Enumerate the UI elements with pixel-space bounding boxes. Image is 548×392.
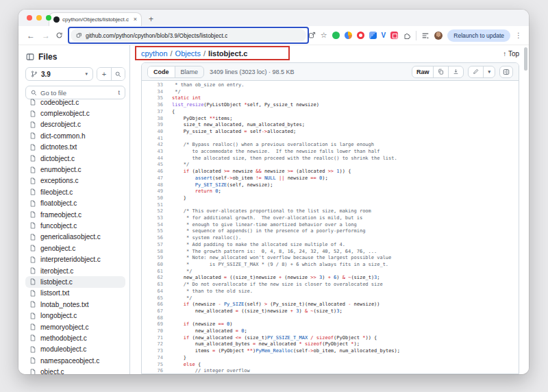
line-number[interactable]: 51 [142,202,172,209]
line-number[interactable]: 49 [142,188,172,195]
back-to-top-link[interactable]: ↑ Top [503,50,519,58]
line-number[interactable]: 52 [142,208,172,215]
file-item-floatobject-c[interactable]: floatobject.c [25,198,125,209]
edit-menu-button[interactable]: ▾ [483,66,495,77]
url-bar[interactable]: github.com/python/cpython/blob/3.9/Objec… [71,29,306,42]
raw-button[interactable]: Raw [412,66,434,77]
line-number[interactable]: 53 [142,215,172,222]
bookmark-star-icon[interactable]: ☆ [321,32,327,39]
file-item-codeobject-c[interactable]: codeobject.c [25,97,125,108]
copy-button[interactable] [433,66,448,77]
line-number[interactable]: 67 [142,308,172,315]
minimize-window-button[interactable] [36,15,42,21]
blue-v-extension-icon[interactable]: V [382,32,386,39]
line-number[interactable]: 37 [142,109,172,116]
line-number[interactable]: 62 [142,275,172,282]
line-number[interactable]: 38 [142,116,172,123]
file-item-genobject-c[interactable]: genobject.c [25,243,125,254]
branch-selector[interactable]: 3.9 ▾ [25,67,93,81]
file-item-memoryobject-c[interactable]: memoryobject.c [25,321,125,332]
share-icon[interactable] [308,32,316,39]
breadcrumb-folder-link[interactable]: Objects [175,49,201,58]
download-button[interactable] [448,66,463,77]
breadcrumb-repo-link[interactable]: cpython [141,49,168,58]
profile-avatar[interactable] [434,32,443,40]
forward-button[interactable]: → [40,31,51,40]
line-number[interactable]: 33 [142,82,172,89]
reload-button[interactable] [55,32,66,39]
new-tab-button[interactable]: + [149,12,153,26]
side-panel-icon[interactable] [26,53,34,61]
page-scrollbar-thumb[interactable] [524,47,527,71]
file-item-listsort-txt[interactable]: listsort.txt [25,288,125,299]
file-item-dictnotes-txt[interactable]: dictnotes.txt [25,142,125,153]
line-number[interactable]: 35 [142,95,172,102]
line-number[interactable]: 73 [142,348,172,355]
line-number[interactable]: 58 [142,249,172,256]
line-number[interactable]: 48 [142,182,172,189]
file-item-longobject-c[interactable]: longobject.c [25,310,125,321]
line-number[interactable]: 60 [142,262,172,269]
red-badge-extension-icon[interactable] [390,32,398,39]
line-number[interactable]: 43 [142,149,172,156]
file-item-interpreteridobject-c[interactable]: interpreteridobject.c [25,254,125,265]
relaunch-button[interactable]: Relaunch to update [447,29,510,42]
tab-blame[interactable]: Blame [175,66,204,77]
line-number[interactable]: 44 [142,156,172,162]
line-number[interactable]: 61 [142,269,172,275]
file-item-lnotab-notes-txt[interactable]: lnotab_notes.txt [25,299,125,310]
green-circle-extension-icon[interactable] [332,32,340,39]
line-number[interactable]: 41 [142,136,172,143]
line-number[interactable]: 55 [142,228,172,235]
line-number[interactable]: 65 [142,295,172,302]
file-item-genericaliasobject-c[interactable]: genericaliasobject.c [25,232,125,243]
red-ring-extension-icon[interactable] [357,32,364,39]
line-number[interactable]: 70 [142,328,172,335]
line-number[interactable]: 63 [142,282,172,289]
file-item-frameobject-c[interactable]: frameobject.c [25,209,125,220]
line-number[interactable]: 54 [142,222,172,229]
line-number[interactable]: 46 [142,169,172,175]
line-number[interactable]: 59 [142,255,172,262]
line-number[interactable]: 64 [142,289,172,295]
file-item-moduleobject-c[interactable]: moduleobject.c [25,344,125,355]
line-number[interactable]: 72 [142,341,172,348]
line-number[interactable]: 66 [142,302,172,308]
line-number[interactable]: 69 [142,321,172,328]
line-number[interactable]: 45 [142,162,172,169]
search-files-button[interactable] [111,68,125,80]
line-number[interactable]: 56 [142,235,172,242]
back-button[interactable]: ← [25,31,36,40]
symbols-panel-button[interactable] [499,66,513,78]
file-item-methodobject-c[interactable]: methodobject.c [25,332,125,343]
line-number[interactable]: 42 [142,142,172,149]
line-number[interactable]: 75 [142,362,172,369]
blue-square-extension-icon[interactable] [369,32,377,39]
file-item-listobject-c[interactable]: listobject.c [25,276,125,287]
file-item-object-c[interactable]: object.c [25,366,125,374]
file-item-iterobject-c[interactable]: iterobject.c [25,265,125,276]
goto-file-input[interactable] [40,89,114,97]
extensions-puzzle-icon[interactable] [403,32,411,40]
tab-close-icon[interactable]: × [134,16,137,23]
close-window-button[interactable] [27,15,32,21]
site-info-icon[interactable] [76,32,82,38]
line-number[interactable]: 39 [142,122,172,129]
edit-button[interactable] [469,66,483,77]
browser-tab[interactable]: cpython/Objects/listobject.c × [49,12,142,26]
add-file-button[interactable]: + [97,68,111,80]
line-number[interactable]: 36 [142,102,172,109]
line-number[interactable]: 47 [142,175,172,182]
line-number[interactable]: 71 [142,335,172,342]
file-item-funcobject-c[interactable]: funcobject.c [25,220,125,231]
line-number[interactable]: 40 [142,129,172,136]
file-item-complexobject-c[interactable]: complexobject.c [25,108,125,119]
zoom-window-button[interactable] [46,15,51,21]
panel-list-icon[interactable] [421,32,429,39]
file-item-exceptions-c[interactable]: exceptions.c [25,175,125,186]
browser-menu-icon[interactable]: ⋮ [515,32,522,39]
line-number[interactable]: 74 [142,355,172,362]
file-item-fileobject-c[interactable]: fileobject.c [25,186,125,197]
file-item-namespaceobject-c[interactable]: namespaceobject.c [25,355,125,366]
line-number[interactable]: 34 [142,89,172,96]
